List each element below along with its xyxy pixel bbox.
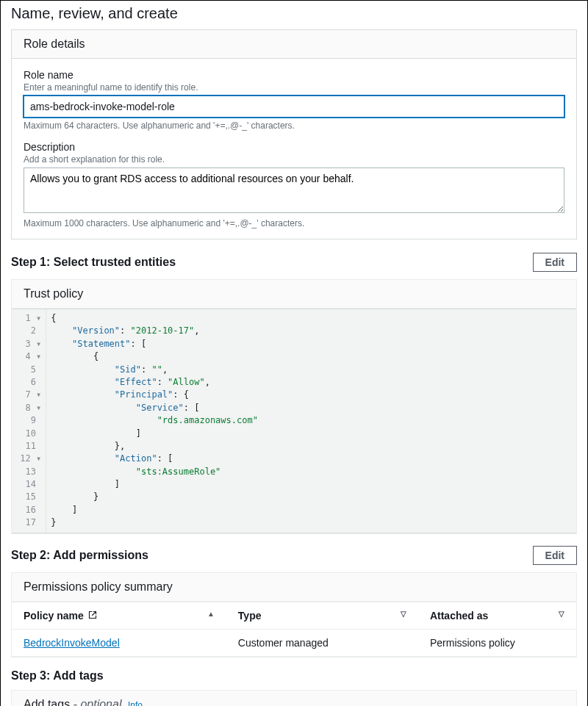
step2-title: Step 2: Add permissions [11,549,148,562]
permissions-panel: Permissions policy summary Policy name ▲… [11,572,577,658]
step3-title: Step 3: Add tags [11,669,104,682]
code-gutter: 1 ▾ 2 3 ▾ 4 ▾ 5 6 7 ▾ 8 ▾ 9 10 11 12 ▾ 1… [12,309,46,533]
table-row: BedrockInvokeModel Customer managed Perm… [12,630,576,657]
role-name-input[interactable] [24,96,564,118]
role-details-panel: Role details Role name Enter a meaningfu… [11,29,577,239]
step2-edit-button[interactable]: Edit [533,546,577,565]
page-title: Name, review, and create [1,1,587,29]
step1-edit-button[interactable]: Edit [533,253,577,272]
role-name-help: Maximum 64 characters. Use alphanumeric … [24,120,564,131]
policy-type: Customer managed [226,630,418,657]
permissions-header: Permissions policy summary [12,573,576,602]
role-name-label: Role name [24,69,564,81]
step1-title: Step 1: Select trusted entities [11,256,176,269]
trust-policy-panel: Trust policy 1 ▾ 2 3 ▾ 4 ▾ 5 6 7 ▾ 8 ▾ 9… [11,279,577,534]
external-link-icon [88,611,97,622]
trust-policy-code: 1 ▾ 2 3 ▾ 4 ▾ 5 6 7 ▾ 8 ▾ 9 10 11 12 ▾ 1… [12,309,576,533]
optional-label: - optional [74,698,122,706]
tags-panel: Add tags - optional Info Tags are key-va… [11,690,577,706]
role-details-header: Role details [12,30,576,59]
sort-icon: ▽ [401,610,406,618]
sort-asc-icon: ▲ [207,610,215,618]
description-hint: Add a short explanation for this role. [24,154,564,165]
description-label: Description [24,141,564,153]
description-help: Maximum 1000 characters. Use alphanumeri… [24,218,564,228]
permissions-table: Policy name ▲ Type ▽ Attached as ▽ [12,602,576,658]
policy-attached: Permissions policy [418,630,576,657]
col-policy-name[interactable]: Policy name ▲ [12,602,226,630]
add-tags-label: Add tags [24,698,70,706]
info-link[interactable]: Info [128,700,143,706]
role-name-hint: Enter a meaningful name to identify this… [24,82,564,93]
col-type[interactable]: Type ▽ [226,602,418,630]
policy-name-link[interactable]: BedrockInvokeModel [24,637,120,649]
description-textarea[interactable] [24,168,564,213]
col-attached[interactable]: Attached as ▽ [418,602,576,630]
code-lines: { "Version": "2012-10-17", "Statement": … [46,309,576,533]
sort-icon: ▽ [559,610,564,618]
tags-header: Add tags - optional Info Tags are key-va… [12,691,576,706]
trust-policy-header: Trust policy [12,280,576,309]
